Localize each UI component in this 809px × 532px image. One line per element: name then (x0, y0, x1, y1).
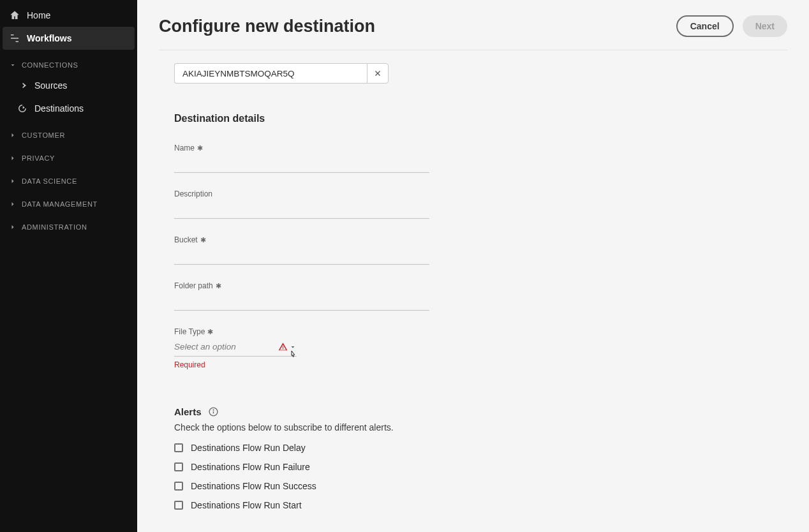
cancel-button[interactable]: Cancel (676, 15, 734, 37)
description-input[interactable] (174, 200, 429, 219)
sidebar-item-label: Workflows (27, 33, 72, 43)
sources-icon (17, 80, 28, 91)
alerts-section: Alerts Check the options below to subscr… (174, 406, 506, 510)
sidebar-section-label: PRIVACY (22, 154, 55, 162)
sidebar-section-label: DATA MANAGEMENT (22, 200, 98, 208)
alert-option-row[interactable]: Destinations Flow Run Success (174, 481, 506, 491)
sidebar-section-administration[interactable]: ADMINISTRATION (0, 217, 137, 235)
sidebar-item-sources[interactable]: Sources (0, 74, 137, 97)
access-key-field (174, 63, 389, 84)
sidebar-section-label: CUSTOMER (22, 131, 65, 139)
field-label: Description (174, 189, 442, 198)
field-name: Name ✱ (174, 144, 442, 173)
field-bucket: Bucket ✱ (174, 235, 442, 265)
alerts-title: Alerts (174, 406, 202, 417)
sidebar-item-label: Destinations (34, 103, 84, 114)
alert-icon (278, 342, 288, 351)
alert-option-label: Destinations Flow Run Delay (191, 443, 306, 453)
close-icon (374, 70, 382, 77)
destination-details-section: Destination details Name ✱ Description B… (174, 113, 442, 369)
required-asterisk: ✱ (200, 236, 206, 244)
sidebar-item-label: Home (27, 10, 50, 20)
chevron-down-icon (289, 343, 297, 351)
error-text: Required (174, 360, 442, 369)
info-icon (208, 406, 219, 417)
checkbox[interactable] (174, 501, 183, 510)
sidebar-item-destinations[interactable]: Destinations (0, 97, 137, 120)
folder-path-input[interactable] (174, 292, 429, 311)
chevron-right-icon (9, 131, 17, 139)
alert-option-row[interactable]: Destinations Flow Run Start (174, 500, 506, 510)
field-label: Bucket ✱ (174, 235, 442, 244)
access-key-input[interactable] (174, 63, 367, 84)
workflows-icon (9, 33, 20, 44)
required-asterisk: ✱ (207, 328, 213, 336)
select-placeholder: Select an option (174, 342, 236, 351)
main-content: Configure new destination Cancel Next De… (137, 0, 809, 532)
name-input[interactable] (174, 154, 429, 173)
field-folder-path: Folder path ✱ (174, 281, 442, 311)
home-icon (9, 10, 20, 21)
chevron-right-icon (9, 177, 17, 185)
sidebar-section-data-management[interactable]: DATA MANAGEMENT (0, 194, 137, 212)
chevron-right-icon (9, 223, 17, 231)
checkbox[interactable] (174, 443, 183, 452)
sidebar: Home Workflows CONNECTIONS Sources Desti… (0, 0, 137, 532)
chevron-right-icon (9, 200, 17, 208)
field-description: Description (174, 189, 442, 219)
sidebar-section-label: DATA SCIENCE (22, 177, 77, 185)
clear-button[interactable] (367, 63, 389, 84)
bucket-input[interactable] (174, 246, 429, 265)
alerts-header: Alerts (174, 406, 506, 417)
sidebar-section-data-science[interactable]: DATA SCIENCE (0, 171, 137, 189)
alert-option-label: Destinations Flow Run Failure (191, 462, 310, 472)
sidebar-section-customer[interactable]: CUSTOMER (0, 125, 137, 143)
required-asterisk: ✱ (216, 282, 221, 290)
sidebar-section-label: ADMINISTRATION (22, 223, 87, 231)
destinations-icon (17, 103, 28, 114)
sidebar-section-label: CONNECTIONS (22, 61, 78, 69)
required-asterisk: ✱ (197, 144, 203, 152)
checkbox[interactable] (174, 482, 183, 491)
sidebar-item-workflows[interactable]: Workflows (3, 27, 135, 50)
header-buttons: Cancel Next (676, 15, 787, 37)
field-file-type: File Type ✱ Select an option Required (174, 327, 442, 369)
alerts-description: Check the options below to subscribe to … (174, 422, 506, 432)
chevron-right-icon (9, 154, 17, 162)
chevron-down-icon (9, 61, 17, 69)
svg-point-2 (213, 410, 214, 410)
sidebar-item-home[interactable]: Home (0, 4, 137, 27)
sidebar-section-connections[interactable]: CONNECTIONS (0, 55, 137, 73)
alert-option-row[interactable]: Destinations Flow Run Failure (174, 462, 506, 472)
file-type-select[interactable]: Select an option (174, 337, 297, 357)
page-title: Configure new destination (159, 17, 375, 36)
field-label: Folder path ✱ (174, 281, 442, 290)
checkbox[interactable] (174, 462, 183, 471)
alert-option-row[interactable]: Destinations Flow Run Delay (174, 443, 506, 453)
section-heading: Destination details (174, 113, 442, 124)
field-label: File Type ✱ (174, 327, 442, 336)
sidebar-item-label: Sources (34, 80, 67, 91)
sidebar-section-privacy[interactable]: PRIVACY (0, 148, 137, 166)
alert-option-label: Destinations Flow Run Start (191, 500, 302, 510)
next-button[interactable]: Next (743, 15, 787, 37)
field-label: Name ✱ (174, 144, 442, 152)
alert-option-label: Destinations Flow Run Success (191, 481, 316, 491)
page-header: Configure new destination Cancel Next (159, 15, 787, 50)
